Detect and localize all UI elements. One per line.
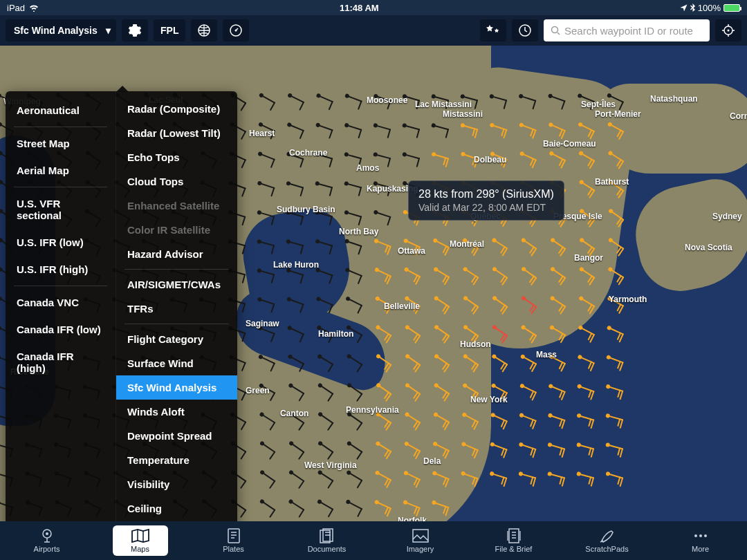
tab-airports[interactable]: Airports: [19, 525, 75, 556]
overlay-item[interactable]: Hazard Advisor: [116, 242, 237, 266]
basemap-item[interactable]: Aeronautical: [6, 97, 116, 124]
tab-icon: [599, 528, 616, 543]
fpl-button[interactable]: FPL: [154, 19, 185, 41]
overlay-item[interactable]: Radar (Lowest Tilt): [116, 121, 237, 145]
basemap-item[interactable]: U.S. VFR sectional: [6, 190, 116, 229]
globe-button[interactable]: [191, 19, 217, 41]
svg-point-570: [490, 442, 495, 447]
city-label: Natashquan: [650, 94, 698, 104]
city-label: Bangor: [574, 253, 603, 263]
overlay-item[interactable]: Radar (Composite): [116, 97, 237, 121]
basemap-item[interactable]: Canada IFR (low): [6, 316, 116, 343]
favorites-button[interactable]: [480, 19, 506, 41]
overlay-item[interactable]: Temperature: [116, 448, 237, 472]
basemap-item[interactable]: Canada VNC: [6, 289, 116, 316]
tab-label: File & Brief: [495, 545, 533, 553]
overlay-item[interactable]: Echo Tops: [116, 145, 237, 169]
tab-icon: [412, 528, 430, 543]
tab-more[interactable]: More: [673, 525, 728, 556]
basemap-item[interactable]: Canada IFR (high): [6, 343, 116, 382]
svg-point-752: [46, 532, 48, 535]
tab-label: Imagery: [407, 545, 434, 553]
svg-point-488: [577, 384, 582, 389]
svg-point-622: [605, 472, 610, 476]
top-toolbar: Sfc Wind Analysis ▾ FPL Search waypoint …: [0, 15, 747, 46]
overlay-item[interactable]: Sky Coverage: [116, 521, 237, 521]
city-label: Sydney: [712, 212, 742, 221]
svg-point-574: [547, 442, 552, 447]
svg-line-531: [579, 416, 593, 420]
wind-tooltip: 28 kts from 298° (SiriusXM) Valid at Mar…: [408, 180, 564, 221]
tab-maps[interactable]: Maps: [113, 525, 168, 556]
city-label: Ottawa: [398, 246, 425, 256]
overlay-item[interactable]: Cloud Tops: [116, 169, 237, 194]
tab-documents[interactable]: Documents: [299, 525, 355, 556]
basemap-item[interactable]: Aerial Map: [6, 157, 116, 184]
overlay-item[interactable]: Winds Aloft: [116, 400, 237, 424]
svg-rect-753: [228, 529, 239, 543]
tab-imagery[interactable]: Imagery: [393, 525, 448, 556]
svg-point-572: [519, 442, 524, 447]
overlay-item[interactable]: Dewpoint Spread: [116, 424, 237, 448]
city-label: Moosonee: [367, 95, 407, 105]
svg-line-613: [492, 474, 506, 478]
svg-rect-756: [413, 530, 428, 542]
tab-plates[interactable]: Plates: [206, 525, 261, 556]
location-icon: [680, 4, 688, 12]
svg-point-528: [519, 413, 524, 418]
city-label: Bathurst: [595, 177, 629, 187]
svg-point-402: [607, 325, 612, 330]
overlay-item[interactable]: TFRs: [116, 297, 237, 321]
svg-point-486: [548, 384, 553, 389]
gauge-button[interactable]: [223, 19, 249, 41]
overlay-item[interactable]: Visibility: [116, 472, 237, 496]
city-label: Port-Menier: [595, 109, 641, 119]
svg-line-619: [579, 474, 593, 478]
tab-label: Airports: [34, 545, 60, 553]
recent-button[interactable]: [512, 19, 538, 41]
locate-button[interactable]: [715, 19, 741, 41]
device-label: iPad: [7, 3, 25, 13]
map-canvas[interactable]: WinnipegLac SeulHearstMoosoneeLac Mistas…: [0, 46, 747, 521]
svg-point-6: [728, 30, 730, 32]
city-label: Canton: [280, 409, 308, 418]
overlay-item[interactable]: Ceiling: [116, 496, 237, 521]
city-label: Nova Scotia: [685, 243, 732, 252]
overlay-item[interactable]: AIR/SIGMET/CWAs: [116, 272, 237, 297]
svg-line-569: [492, 445, 507, 450]
overlay-item[interactable]: Surface Wind: [116, 351, 237, 375]
tab-label: ScratchPads: [585, 545, 628, 553]
city-label: Dolbeau: [474, 155, 506, 165]
tab-icon: [506, 528, 522, 543]
svg-point-444: [578, 354, 583, 360]
layer-selector-button[interactable]: Sfc Wind Analysis ▾: [6, 19, 116, 41]
tab-icon: [319, 528, 335, 543]
svg-point-438: [491, 353, 497, 359]
tab-icon: [38, 528, 56, 543]
svg-point-482: [490, 383, 496, 389]
tab-scratchpads[interactable]: ScratchPads: [580, 525, 635, 556]
svg-line-529: [550, 416, 564, 420]
search-input[interactable]: Search waypoint ID or route: [544, 19, 710, 41]
chevron-down-icon: ▾: [106, 25, 111, 36]
status-bar: iPad 11:48 AM 100%: [0, 0, 747, 15]
svg-point-534: [605, 413, 610, 418]
city-label: Belleville: [384, 301, 420, 311]
basemap-item[interactable]: U.S. IFR (low): [6, 229, 116, 256]
city-label: Hearst: [249, 129, 275, 138]
city-label: Mass: [536, 350, 557, 360]
svg-point-616: [518, 472, 523, 476]
overlay-item[interactable]: Flight Category: [116, 327, 237, 351]
clock: 11:48 AM: [39, 3, 680, 13]
svg-point-760: [704, 534, 707, 537]
overlay-item[interactable]: Sfc Wind Analysis: [116, 375, 237, 400]
settings-button[interactable]: [122, 19, 148, 41]
tab-file-brief[interactable]: File & Brief: [486, 525, 542, 556]
svg-line-401: [609, 328, 623, 334]
svg-line-533: [608, 416, 622, 420]
city-label: Hudson: [460, 339, 491, 349]
basemap-item[interactable]: Street Map: [6, 130, 116, 157]
basemap-item[interactable]: U.S. IFR (high): [6, 256, 116, 283]
svg-line-439: [523, 357, 536, 364]
svg-line-485: [551, 386, 564, 392]
